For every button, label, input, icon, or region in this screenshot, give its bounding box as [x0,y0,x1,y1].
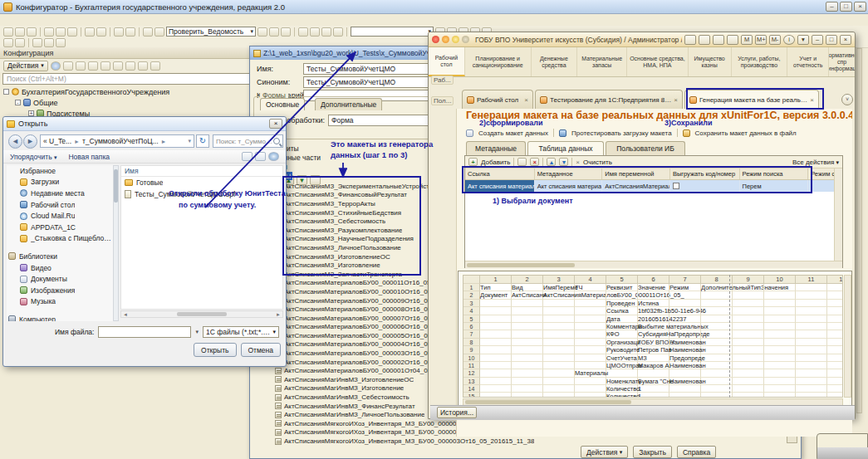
tab-additional-forms[interactable]: Дополнительные [315,98,382,110]
new-icon[interactable] [3,27,13,37]
filter-icon[interactable] [138,61,148,71]
chevron-down-icon[interactable]: ▾ [188,138,191,144]
close-icon[interactable]: × [840,35,851,45]
synonym-input[interactable]: Тесты_СуммовойУчетЦМО [303,76,439,88]
side-caption-users[interactable]: Пол... [431,96,454,105]
metadata-icon[interactable] [15,38,25,47]
column-header[interactable]: Имя переменной [602,168,670,179]
cell-metadata[interactable]: Акт списания материа... [535,180,603,192]
save-icon[interactable] [684,35,696,45]
name-input[interactable]: Тесты_СуммовойУчетЦМО [303,63,439,75]
nav-pane-item[interactable]: Недавние места [7,188,113,199]
template-list-item[interactable]: АктСписанияМягкогоИХоз_Инвентаря_МЗ_БУ00… [275,437,624,446]
add-row-icon[interactable]: + [468,158,478,166]
document-tab[interactable]: Рабочий стол × [462,90,533,109]
section-tab[interactable]: Планирование и санкционирование [465,47,532,76]
close-icon[interactable]: × [269,119,282,129]
links-icon[interactable] [452,36,459,43]
preview-pane-icon[interactable] [255,152,266,161]
preview-icon[interactable] [96,27,106,37]
section-tab[interactable]: Нормативно-спр информац [829,47,855,76]
side-caption-workdesk[interactable]: Раб... [431,76,454,85]
breadcrumb-segment[interactable]: т_СуммовойУчетПоЦ... [82,137,159,145]
home-icon[interactable] [462,36,469,43]
redo-icon[interactable] [125,27,135,37]
table-row[interactable]: Акт списания материало... Акт списания м… [465,180,842,192]
nav-pane-item[interactable]: Загрузки [7,177,113,188]
move-down-icon[interactable] [113,61,123,71]
breadcrumb[interactable]: « U_Te... ► т_СуммовойУчетПоЦ... ► ▾ [40,134,194,148]
tree-expander-icon[interactable] [3,89,9,95]
section-tab[interactable]: Учет и отчетность [787,47,829,76]
nav-pane-item[interactable]: Документы [7,273,113,285]
spreadsheet-table[interactable]: 1234567891011121ТипВидИмяПеремеТЧРеквизи… [463,275,843,398]
nav-pane-item[interactable]: Избранное [7,165,113,177]
nav-pane-item[interactable]: _Стыковка с Пищеблоком [7,233,113,245]
tab-overflow-icon[interactable]: ˅ [841,94,853,105]
interfaces-icon[interactable] [44,38,54,47]
column-header[interactable]: Режим поиска [740,168,809,179]
all-actions-button[interactable]: Все действия ▾ [792,159,839,166]
tree-expander-icon[interactable]: + [28,110,34,116]
maximize-icon[interactable]: □ [826,35,837,45]
nav-pane-item[interactable]: Изображения [7,285,113,296]
help-icon[interactable] [268,152,279,161]
delete-item-icon[interactable] [88,61,98,71]
default-form-input[interactable]: Форма [328,115,436,126]
tree-expander-icon[interactable]: - [15,100,21,105]
section-tab[interactable]: Денежные средства [532,47,578,76]
enterprise-titlebar[interactable]: ГОБУ ВПО Университет искусств (Субсидия)… [429,32,855,47]
test-load-button[interactable]: Протестировать загрузку макета [571,129,672,137]
nav-pane-item[interactable]: Cloud Mail.Ru [7,210,113,222]
section-tab[interactable]: Рабочий стол [429,47,465,76]
zoom-in-button[interactable]: M+ [755,35,767,45]
close-tab-icon[interactable]: × [810,96,814,104]
secondary-combobox[interactable]: ▾ [351,27,434,37]
cell-variable-name[interactable]: АктСписанияМатериал... [602,180,670,192]
dialog-titlebar[interactable]: Открыть × [3,117,286,131]
open-icon[interactable] [15,27,25,37]
cell-search-mode[interactable]: Перем [740,180,809,192]
table-hscrollbar[interactable] [465,261,842,268]
document-tab[interactable]: Тестирование для 1С:Предприятия 8, xUnit… [535,90,683,109]
cell-export-code[interactable] [670,180,740,192]
cell-link[interactable]: Акт списания материало... [465,180,535,192]
paste-icon[interactable] [67,27,77,37]
file-list-item[interactable]: Готовые [121,177,282,188]
filter-settings-icon[interactable] [150,61,160,71]
nav-pane-item[interactable]: Компьютер [7,314,113,321]
column-header[interactable]: Метаданное [535,168,603,179]
file-list-name-header[interactable]: Имя [121,166,282,177]
document-tab[interactable]: Генерация макета на базе реальных данных… [684,90,819,109]
minimize-icon[interactable]: – [826,2,838,12]
nav-pane-item[interactable]: Рабочий стол [7,199,113,211]
maximize-icon[interactable]: □ [840,2,852,12]
breakpoint-icon[interactable] [333,27,343,37]
nav-pane-item[interactable]: Музыка [7,296,113,308]
favorites-icon[interactable] [442,36,449,43]
calc-icon[interactable] [727,35,738,45]
move-up-icon[interactable] [101,61,110,71]
create-template-button[interactable]: Создать макет данных [478,129,548,137]
organize-button[interactable]: Упорядочить ▾ [10,153,56,161]
add-item-icon[interactable] [51,61,61,71]
help-icon[interactable] [281,27,291,37]
nav-pane-item[interactable]: Видео [7,262,113,274]
close-button[interactable]: Закрыть [633,446,672,458]
modules-icon[interactable] [32,38,42,47]
close-icon[interactable]: × [854,2,866,12]
info-icon[interactable]: i [783,35,795,45]
minimize-icon[interactable]: – [812,35,823,45]
section-tab[interactable]: Основные средства, НМА, НПА [627,47,689,76]
syntax-check-icon[interactable] [269,27,279,37]
nav-pane-item[interactable]: Библиотеки [7,251,113,262]
copy-row-icon[interactable] [517,158,527,166]
file-list-hscrollbar[interactable]: ◄► [120,310,283,318]
find-icon[interactable] [143,27,153,37]
nav-pane-item[interactable]: APPDATA_1C [7,222,113,233]
column-header[interactable]: Ссылка [465,168,535,179]
views-icon[interactable] [242,152,253,161]
section-tab[interactable]: Услуги, работы, производство [732,47,788,76]
delete-row-icon[interactable]: × [530,158,539,166]
open-button[interactable]: Открыть [194,343,236,357]
